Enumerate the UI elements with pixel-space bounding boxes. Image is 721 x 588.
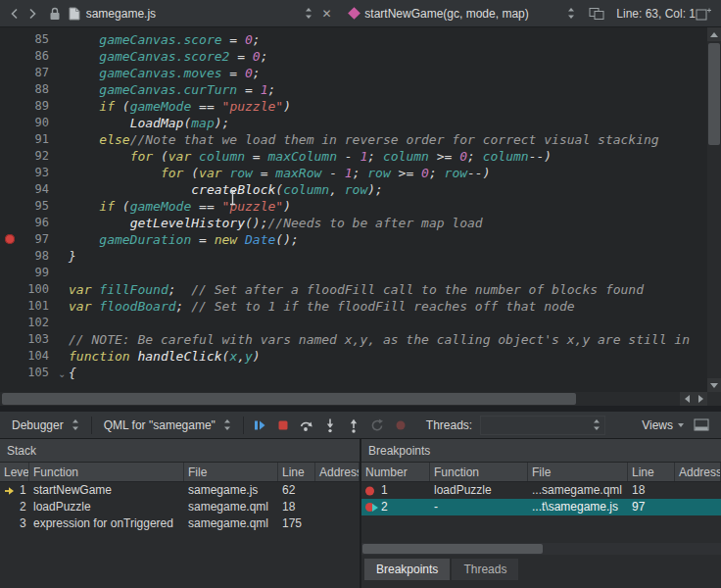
threads-selector[interactable] [480,416,605,435]
code-line[interactable]: 96 getLevelHistory();//Needs to be after… [0,215,707,231]
table-row[interactable]: 3expression for onTriggeredsamegame.qml1… [0,515,360,532]
line-number-gutter[interactable]: 103 [0,331,57,348]
kit-selector[interactable]: QML for "samegame" [96,415,239,436]
code-line[interactable]: 86 gameCanvas.score2 = 0; [0,48,707,65]
column-header[interactable]: File [528,463,628,481]
tab-threads[interactable]: Threads [452,559,518,580]
code-line[interactable]: 85 gameCanvas.score = 0; [0,31,707,48]
column-header[interactable]: Line [628,463,675,481]
table-row[interactable]: 2-...t\samegame.js97 [361,499,721,515]
line-number-gutter[interactable]: 93 [0,165,57,181]
line-number-gutter[interactable]: 100 [0,281,57,298]
code-line[interactable]: 99 [0,265,707,281]
code-line[interactable]: 94 createBlock(column, row); [0,181,707,198]
table-row[interactable]: 2loadPuzzlesamegame.qml18 [0,499,360,515]
code-line[interactable]: 91 else//Note that we load them in rever… [0,131,707,148]
breakpoint-marker-icon[interactable] [5,234,15,244]
code-line[interactable]: 97 gameDuration = new Date(); [0,231,707,248]
combo-updown-icon[interactable] [567,7,575,20]
horizontal-scroll-thumb[interactable] [2,393,576,405]
column-header[interactable]: Level [0,463,29,481]
editor-horizontal-scrollbar[interactable] [0,392,721,406]
code-line[interactable]: 88 gameCanvas.curTurn = 1; [0,81,707,98]
code-line[interactable]: 105⌄{ [0,365,707,381]
breakpoints-panel-title: Breakpoints [361,439,721,463]
code-line[interactable]: 95 if (gameMode == "puzzle") [0,198,707,215]
open-document-selector[interactable]: samegame.js [69,3,313,24]
line-number-gutter[interactable]: 92 [0,148,57,165]
code-line[interactable]: 90 LoadMap(map); [0,115,707,131]
restart-button[interactable] [365,414,389,437]
line-number-gutter[interactable]: 96 [0,215,57,231]
panel-layout-button[interactable] [694,418,709,431]
code-line[interactable]: 87 gameCanvas.moves = 0; [0,65,707,81]
views-menu-button[interactable]: Views [642,418,684,432]
line-number-gutter[interactable]: 105 [0,365,57,381]
code-token: ( [153,149,168,164]
line-number-gutter[interactable]: 89 [0,98,57,115]
line-number-gutter[interactable]: 91 [0,131,57,148]
continue-button[interactable] [248,414,271,437]
code-token: gameMode [130,199,192,214]
code-line[interactable]: 100var fillFound; // Set after a floodFi… [0,281,707,298]
column-header[interactable]: Address [315,463,360,481]
split-editor-button[interactable] [696,7,711,21]
scroll-up-button[interactable] [707,27,721,41]
fold-marker-icon[interactable]: ⌄ [58,366,66,382]
column-header[interactable]: Line [278,463,315,481]
line-number: 87 [35,66,49,79]
code-line[interactable]: 104function handleClick(x,y) [0,348,707,365]
code-line[interactable]: 101var floodBoard; // Set to 1 if the fl… [0,298,707,315]
code-token: var [69,299,91,314]
breakpoints-scroll-thumb[interactable] [362,544,543,554]
line-number-gutter[interactable]: 85 [0,31,57,48]
breakpoints-horizontal-scrollbar[interactable] [361,543,721,555]
tab-breakpoints[interactable]: Breakpoints [364,559,450,580]
stop-debugger-button[interactable] [271,414,295,437]
line-number-gutter[interactable]: 87 [0,65,57,81]
line-number-gutter[interactable]: 86 [0,48,57,65]
editor-vertical-scrollbar[interactable] [707,27,721,392]
debugger-mode-selector[interactable]: Debugger [4,415,87,436]
column-header[interactable]: Address [675,463,721,481]
step-over-button[interactable] [295,414,318,437]
step-into-button[interactable] [318,414,342,437]
forward-button[interactable] [24,4,41,24]
code-line[interactable]: 103// NOTE: Be careful with vars named x… [0,331,707,348]
table-row[interactable]: 1startNewGamesamegame.js62 [0,482,360,499]
scroll-down-button[interactable] [707,378,721,392]
code-line[interactable]: 98} [0,248,707,265]
combo-updown-icon[interactable] [305,7,312,20]
column-header[interactable]: Function [29,463,184,481]
column-header[interactable]: File [184,463,278,481]
code-line[interactable]: 92 for (var column = maxColumn - 1; colu… [0,148,707,165]
code-editor[interactable]: 85 gameCanvas.score = 0;86 gameCanvas.sc… [0,27,721,406]
step-out-button[interactable] [342,414,365,437]
record-button[interactable] [389,414,412,437]
line-number-gutter[interactable]: 88 [0,81,57,98]
split-windows-icon[interactable] [589,7,604,21]
code-line[interactable]: 89 if (gameMode == "puzzle") [0,98,707,115]
line-number-gutter[interactable]: 104 [0,348,57,365]
line-number-gutter[interactable]: 98 [0,248,57,265]
scroll-left-button[interactable] [680,392,694,406]
column-header[interactable]: Number [361,463,430,481]
line-number-gutter[interactable]: 95 [0,198,57,215]
line-number-gutter[interactable]: 90 [0,115,57,131]
line-number-gutter[interactable]: 94 [0,181,57,198]
line-number-gutter[interactable]: 101 [0,298,57,315]
symbol-selector[interactable]: startNewGame(gc, mode, map) [348,3,575,24]
line-number-gutter[interactable]: 99 [0,265,57,281]
line-number: 95 [35,199,49,213]
line-number-gutter[interactable]: 97 [0,231,57,248]
scroll-right-button[interactable] [694,392,707,406]
table-row[interactable]: 1loadPuzzle...samegame.qml18 [361,482,721,499]
column-header[interactable]: Function [430,463,528,481]
cell-text: 2 [381,500,388,514]
back-button[interactable] [6,4,24,24]
vertical-scroll-thumb[interactable] [708,43,720,145]
close-document-button[interactable]: ✕ [318,7,334,21]
code-line[interactable]: 102 [0,315,707,331]
code-line[interactable]: 93 for (var row = maxRow - 1; row >= 0; … [0,165,707,181]
line-number-gutter[interactable]: 102 [0,315,57,331]
